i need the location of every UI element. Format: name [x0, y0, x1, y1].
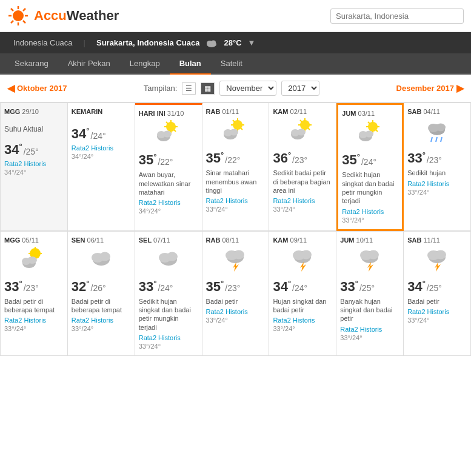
- nav-location[interactable]: Surakarta, Indonesia Cuaca 28°C ▼: [88, 32, 264, 53]
- hist-link[interactable]: Rata2 Historis: [407, 308, 467, 315]
- temp-hi: 35°: [139, 152, 157, 168]
- subnav-akhirpekan[interactable]: Akhir Pekan: [58, 53, 120, 73]
- hist-temp: 33°/24°: [4, 325, 26, 332]
- nav-item-indonesia[interactable]: Indonesia Cuaca: [5, 32, 81, 53]
- calendar-cell[interactable]: KAM 02/11 36°/23°Sedikit badai petir di …: [269, 103, 336, 231]
- subnav-lengkap[interactable]: Lengkap: [120, 53, 170, 73]
- svg-point-78: [301, 250, 312, 259]
- search-input[interactable]: [336, 12, 458, 21]
- svg-point-65: [27, 256, 37, 264]
- calendar-cell[interactable]: JUM 10/11 33°/25°Banyak hujan singkat da…: [336, 232, 404, 357]
- svg-marker-87: [435, 262, 441, 272]
- next-month-nav[interactable]: Desember 2017 ▶: [396, 82, 464, 94]
- subnav-bulan[interactable]: Bulan: [170, 53, 211, 75]
- svg-line-55: [431, 137, 432, 142]
- weather-icon: [206, 246, 266, 277]
- temp-row: 34°/24°: [72, 126, 131, 142]
- weather-desc: Sedikit hujan: [407, 169, 467, 177]
- hist-link[interactable]: Rata2 Historis: [139, 199, 198, 206]
- calendar-cell[interactable]: HARI INI 31/10 35°/22°Awan buyar, melewa…: [135, 103, 202, 231]
- svg-marker-79: [300, 262, 306, 272]
- subnav-satelit[interactable]: Satelit: [211, 53, 252, 73]
- hist-link[interactable]: Rata2 Historis: [273, 197, 332, 204]
- svg-point-82: [368, 250, 379, 259]
- svg-line-37: [300, 120, 302, 122]
- hist-link[interactable]: Rata2 Historis: [273, 317, 332, 324]
- hist-link[interactable]: Rata2 Historis: [206, 308, 266, 315]
- calendar-cell[interactable]: MGG 05/11 33°/23°Badai petir di beberapa…: [1, 232, 68, 357]
- temp-row: 35°/22°: [206, 150, 266, 166]
- temp-lo: /23°: [225, 282, 240, 293]
- svg-line-5: [11, 8, 13, 11]
- hist-link[interactable]: Rata2 Historis: [4, 160, 64, 167]
- hist-link[interactable]: Rata2 Historis: [342, 208, 398, 215]
- list-view-icon[interactable]: ☰: [182, 82, 196, 95]
- svg-line-57: [441, 137, 442, 142]
- hist-link[interactable]: Rata2 Historis: [139, 334, 198, 341]
- prev-month-nav[interactable]: ◀ Oktober 2017: [7, 82, 67, 94]
- hist-temp: 33°/24°: [139, 343, 161, 350]
- svg-point-0: [13, 10, 24, 21]
- weather-desc: Awan buyar, melewatkan sinar matahari: [139, 170, 198, 196]
- day-label: SEN 06/11: [72, 236, 131, 244]
- calendar-cell[interactable]: JUM 03/11 35°/24°Sedikit hujan singkat d…: [336, 103, 404, 231]
- hist-temp: 33°/24°: [72, 325, 93, 332]
- hist-link[interactable]: Rata2 Historis: [4, 317, 64, 324]
- calendar-cell[interactable]: SAB 11/11 34°/25°Badai petirRata2 Histor…: [404, 232, 471, 357]
- subnav-sekarang[interactable]: Sekarang: [5, 53, 58, 73]
- hist-temp: 33°/24°: [273, 206, 295, 213]
- temp-row: 33°/24°: [139, 279, 198, 295]
- weather-icon: [139, 119, 198, 150]
- nav-temp: 28°C: [224, 38, 241, 47]
- temp-hi: 33°: [407, 150, 426, 166]
- svg-line-27: [233, 120, 235, 122]
- calendar-cell[interactable]: KEMARIN34°/24°Rata2 Historis34°/24°: [68, 103, 135, 231]
- day-label: MGG 29/10: [4, 108, 64, 115]
- svg-line-8: [11, 21, 13, 23]
- svg-line-56: [436, 137, 437, 142]
- temp-hi: 33°: [139, 279, 157, 295]
- temp-row: 35°/22°: [139, 152, 198, 168]
- calendar-cell[interactable]: MGG 29/10Suhu Aktual34°/25°Rata2 Histori…: [1, 103, 68, 231]
- weather-desc: Banyak hujan singkat dan badai petir: [340, 297, 399, 323]
- svg-marker-75: [233, 262, 239, 272]
- nav-location-text: Surakarta, Indonesia Cuaca: [96, 38, 200, 47]
- temp-lo: /25°: [24, 146, 39, 156]
- weather-desc: Badai petir di beberapa tempat: [72, 297, 131, 315]
- temp-hi: 35°: [206, 279, 224, 295]
- calendar-cell[interactable]: SAB 04/11 33°/23°Sedikit hujanRata2 Hist…: [404, 103, 471, 231]
- svg-point-54: [436, 124, 446, 132]
- hist-link[interactable]: Rata2 Historis: [72, 144, 131, 152]
- calendar-cell[interactable]: KAM 09/11 34°/24°Hujan singkat dan badai…: [269, 232, 336, 357]
- hist-temp: 34°/24°: [72, 153, 93, 160]
- calendar-cell[interactable]: RAB 08/11 35°/23°Badai petirRata2 Histor…: [202, 232, 270, 357]
- search-box[interactable]: [330, 8, 464, 24]
- calendar-cell[interactable]: RAB 01/11 35°/22°Sinar matahari menembus…: [202, 103, 270, 231]
- temp-lo: /25°: [359, 282, 375, 293]
- day-label: RAB 08/11: [206, 236, 266, 244]
- hist-link[interactable]: Rata2 Historis: [72, 317, 131, 324]
- hist-link[interactable]: Rata2 Historis: [407, 180, 467, 187]
- temp-lo: /24°: [158, 282, 173, 293]
- temp-row: 33°/25°: [340, 279, 399, 295]
- temp-row: 33°/23°: [407, 150, 467, 166]
- temp-row: 34°/25°: [407, 279, 467, 295]
- svg-point-21: [163, 131, 172, 138]
- calendar-cell[interactable]: SEL 07/11 33°/24°Sedikit hujan singkat d…: [135, 232, 202, 357]
- temp-lo: /23°: [24, 282, 39, 293]
- logo-sun-icon: [7, 5, 29, 27]
- logo: AccuWeather: [7, 5, 119, 27]
- hist-temp: 33°/24°: [206, 317, 228, 324]
- hist-link[interactable]: Rata2 Historis: [206, 197, 266, 204]
- grid-view-icon[interactable]: ▦: [201, 82, 215, 95]
- nav-bar: Indonesia Cuaca | Surakarta, Indonesia C…: [0, 32, 471, 53]
- next-arrow-icon: ▶: [456, 82, 464, 94]
- hist-link[interactable]: Rata2 Historis: [340, 326, 399, 333]
- day-label: JUM 10/11: [340, 236, 399, 244]
- cal-header: ◀ Oktober 2017 Tampilan: ☰ ▦ November 20…: [0, 75, 471, 102]
- year-select[interactable]: 2017: [281, 81, 319, 96]
- temp-hi: 34°: [407, 279, 426, 295]
- calendar-cell[interactable]: SEN 06/11 32°/26°Badai petir di beberapa…: [68, 232, 135, 357]
- month-select[interactable]: November: [219, 81, 276, 96]
- temp-hi: 35°: [206, 150, 224, 166]
